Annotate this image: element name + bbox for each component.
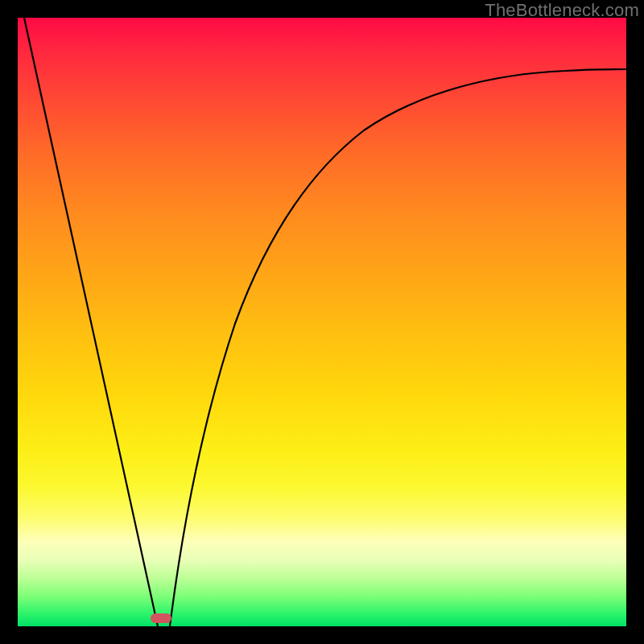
chart-frame: TheBottleneck.com	[0, 0, 644, 644]
curve-layer	[18, 18, 626, 626]
plot-area	[18, 18, 626, 626]
watermark-text: TheBottleneck.com	[485, 0, 639, 21]
line-right	[170, 69, 626, 626]
line-left	[24, 18, 158, 626]
bottleneck-marker	[151, 613, 171, 623]
